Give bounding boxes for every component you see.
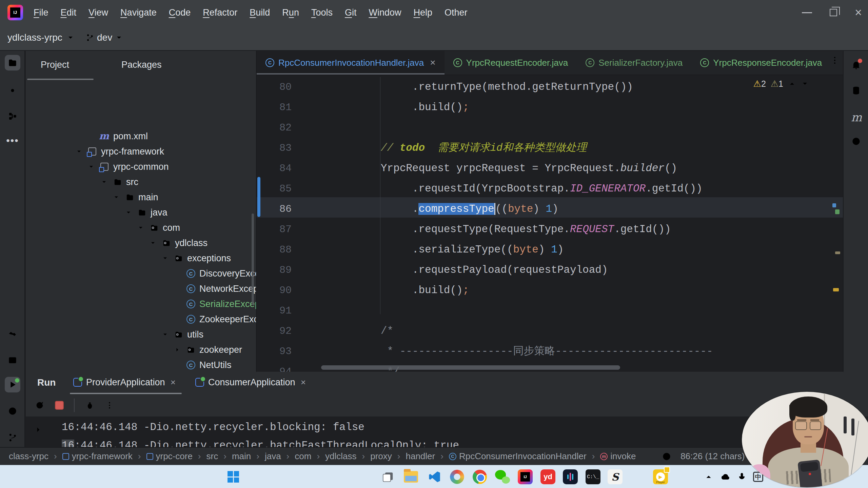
chevron-down-icon[interactable] bbox=[125, 209, 132, 216]
code-line-92[interactable]: 92 /* bbox=[257, 321, 843, 341]
chevron-down-icon[interactable] bbox=[101, 179, 107, 185]
code-editor[interactable]: 80 .returnType(method.getReturnType())81… bbox=[257, 75, 843, 372]
tray-cloud-button[interactable] bbox=[718, 469, 733, 485]
branch-selector[interactable]: dev bbox=[85, 25, 123, 50]
menu-navigate[interactable]: Navigate bbox=[120, 7, 157, 18]
prev-problem-button[interactable] bbox=[788, 80, 796, 88]
structure-tool-button[interactable] bbox=[5, 108, 20, 124]
database-tool-button[interactable] bbox=[851, 85, 861, 96]
chevron-down-icon[interactable] bbox=[76, 148, 82, 155]
intellij-button[interactable]: IJ bbox=[517, 469, 533, 485]
breadcrumb-yrpc-core[interactable]: yrpc-core bbox=[146, 451, 193, 462]
project-selector[interactable]: ydlclass-yrpc bbox=[7, 25, 75, 50]
rerun-button[interactable] bbox=[35, 400, 45, 410]
notifications-button[interactable] bbox=[851, 60, 861, 70]
menu-window[interactable]: Window bbox=[369, 7, 401, 18]
ring-app-button[interactable] bbox=[449, 469, 465, 485]
run-tool-button[interactable] bbox=[5, 377, 20, 392]
horizontal-scrollbar[interactable] bbox=[321, 365, 620, 370]
tree-item-src[interactable]: src bbox=[26, 175, 256, 190]
close-tab-icon[interactable]: × bbox=[171, 377, 176, 388]
menu-file[interactable]: File bbox=[34, 7, 48, 18]
breadcrumb-com[interactable]: com bbox=[295, 451, 311, 462]
breadcrumb-java[interactable]: java bbox=[265, 451, 281, 462]
close-tab-icon[interactable]: × bbox=[301, 377, 306, 388]
breadcrumb-src[interactable]: src bbox=[206, 451, 218, 462]
menu-tools[interactable]: Tools bbox=[311, 7, 333, 18]
tree-item-DiscoveryException[interactable]: CDiscoveryException bbox=[26, 266, 256, 281]
menu-run[interactable]: Run bbox=[282, 7, 299, 18]
tab-project[interactable]: Project bbox=[41, 51, 69, 79]
tree-item-exceptions[interactable]: exceptions bbox=[26, 251, 256, 266]
assistant-tool-button[interactable] bbox=[851, 136, 861, 146]
menu-view[interactable]: View bbox=[88, 7, 108, 18]
chevron-down-icon[interactable] bbox=[162, 331, 169, 338]
code-line-88[interactable]: 88 .serializeType((byte) 1) bbox=[257, 240, 843, 260]
code-line-84[interactable]: 84 YrpcRequest yrpcRequest = YrpcRequest… bbox=[257, 158, 843, 179]
code-line-91[interactable]: 91 bbox=[257, 301, 843, 321]
editor-tab[interactable]: C SerializerFactory.java bbox=[577, 51, 691, 75]
run-tab-consumer[interactable]: ConsumerApplication × bbox=[195, 372, 306, 393]
stop-process-button[interactable] bbox=[55, 401, 64, 410]
tree-item-com[interactable]: com bbox=[26, 220, 256, 236]
code-line-90[interactable]: 90 .build(); bbox=[257, 280, 843, 301]
terminal-app-button[interactable]: C:\_ bbox=[585, 469, 601, 485]
problems-tool-button[interactable] bbox=[5, 403, 20, 419]
git-tool-button[interactable] bbox=[5, 430, 20, 445]
run-tab-provider[interactable]: ProviderApplication × bbox=[73, 372, 176, 393]
chevron-down-icon[interactable] bbox=[113, 194, 120, 201]
audio-app-button[interactable] bbox=[562, 469, 578, 485]
tree-scrollbar[interactable] bbox=[252, 214, 254, 305]
code-line-89[interactable]: 89 .requestPayload(requestPayload) bbox=[257, 260, 843, 280]
breadcrumb-handler[interactable]: handler bbox=[406, 451, 435, 462]
chevron-down-icon[interactable] bbox=[88, 163, 95, 170]
tree-item-ZookeeperException[interactable]: CZookeeperException bbox=[26, 312, 256, 327]
menu-edit[interactable]: Edit bbox=[61, 7, 77, 18]
menu-refactor[interactable]: Refactor bbox=[203, 7, 237, 18]
chevron-right-icon[interactable] bbox=[174, 346, 181, 353]
tree-item-pom.xml[interactable]: mpom.xml bbox=[26, 129, 256, 144]
menu-code[interactable]: Code bbox=[169, 7, 191, 18]
wechat-button[interactable] bbox=[494, 469, 511, 485]
code-line-86[interactable]: 86 .compressType((byte) 1) bbox=[257, 199, 843, 219]
close-tab-icon[interactable]: × bbox=[430, 57, 435, 68]
tree-item-java[interactable]: java bbox=[26, 205, 256, 220]
menu-help[interactable]: Help bbox=[413, 7, 432, 18]
breadcrumb-main[interactable]: main bbox=[232, 451, 251, 462]
player-button[interactable]: ▶Player bbox=[652, 469, 669, 485]
tree-item-SerializeException[interactable]: CSerializeException bbox=[26, 297, 256, 312]
code-line-81[interactable]: 81 .build(); bbox=[257, 97, 843, 118]
next-problem-button[interactable] bbox=[801, 80, 809, 88]
close-button[interactable]: × bbox=[855, 7, 862, 18]
menu-build[interactable]: Build bbox=[250, 7, 270, 18]
editor-tab[interactable]: C YrpcResponseEncoder.java bbox=[691, 51, 831, 75]
breadcrumb-proxy[interactable]: proxy bbox=[370, 451, 392, 462]
inspection-widget[interactable]: ⚠2 ⚠1 bbox=[753, 79, 809, 89]
tree-item-NetworkException[interactable]: CNetworkException bbox=[26, 281, 256, 297]
tree-item-yrpc-common[interactable]: yrpc-common bbox=[26, 159, 256, 175]
build-tool-button[interactable] bbox=[5, 328, 20, 343]
more-tools-button[interactable]: ••• bbox=[5, 133, 20, 148]
breadcrumb-RpcConsumerInvocationHandler[interactable]: CRpcConsumerInvocationHandler bbox=[449, 451, 587, 462]
fold-chevron-icon[interactable] bbox=[34, 425, 43, 434]
swan-app-button[interactable]: S bbox=[607, 469, 623, 485]
breadcrumb-class-yrpc[interactable]: class-yrpc bbox=[9, 451, 48, 462]
breadcrumb-yrpc-framework[interactable]: yrpc-framework bbox=[62, 451, 133, 462]
restore-button[interactable] bbox=[830, 9, 837, 16]
tree-item-main[interactable]: main bbox=[26, 190, 256, 205]
tree-item-utils[interactable]: utils bbox=[26, 327, 256, 342]
attach-debugger-button[interactable] bbox=[85, 400, 95, 410]
chevron-down-icon[interactable] bbox=[162, 255, 169, 262]
editor-tab[interactable]: C YrpcRequestEncoder.java bbox=[445, 51, 577, 75]
commit-tool-button[interactable] bbox=[5, 83, 20, 98]
chevron-down-icon[interactable] bbox=[150, 240, 156, 246]
minimize-button[interactable] bbox=[802, 12, 812, 13]
editor-tab-active[interactable]: C RpcConsumerInvocationHandler.java × bbox=[257, 51, 445, 75]
breadcrumb-invoke[interactable]: minvoke bbox=[600, 451, 636, 462]
more-options-button[interactable] bbox=[105, 400, 114, 410]
start-button[interactable] bbox=[225, 469, 241, 485]
vscode-button[interactable] bbox=[427, 469, 443, 485]
code-line-82[interactable]: 82 bbox=[257, 118, 843, 138]
tree-item-ydlclass[interactable]: ydlclass bbox=[26, 236, 256, 251]
code-line-93[interactable]: 93 * ------------------同步策略-------------… bbox=[257, 341, 843, 362]
